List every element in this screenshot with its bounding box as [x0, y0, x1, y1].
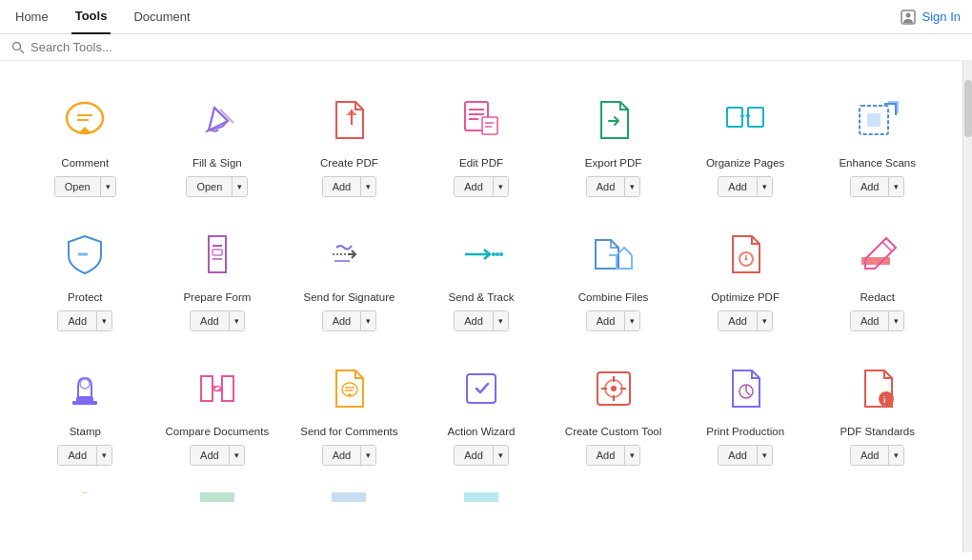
- protect-arrow-btn[interactable]: ▾: [97, 311, 111, 330]
- top-nav: Home Tools Document Sign In: [0, 0, 972, 34]
- optimize-pdf-add-btn[interactable]: Add: [719, 311, 758, 330]
- optimize-pdf-label: Optimize PDF: [711, 290, 780, 305]
- edit-pdf-add-btn[interactable]: Add: [455, 177, 494, 196]
- partial-item-4: [415, 483, 548, 511]
- action-wizard-icon: [451, 358, 512, 419]
- comment-arrow-btn[interactable]: ▾: [101, 177, 115, 196]
- create-custom-arrow-btn[interactable]: ▾: [625, 446, 639, 465]
- fill-sign-label: Fill & Sign: [192, 156, 242, 170]
- redact-icon: [847, 224, 908, 285]
- stamp-icon: [54, 358, 115, 419]
- combine-files-add-btn[interactable]: Add: [587, 311, 626, 330]
- print-production-add-btn[interactable]: Add: [719, 446, 758, 465]
- optimize-pdf-btn-group: Add ▾: [718, 310, 773, 331]
- scrollbar[interactable]: [962, 61, 972, 552]
- svg-line-3: [20, 50, 24, 53]
- tool-send-track: Send & Track Add ▾: [415, 214, 548, 339]
- send-signature-add-btn[interactable]: Add: [323, 311, 362, 330]
- compare-docs-arrow-btn[interactable]: ▾: [230, 446, 244, 465]
- protect-add-btn[interactable]: Add: [58, 311, 97, 330]
- protect-btn-group: Add ▾: [57, 310, 112, 331]
- svg-rect-41: [467, 374, 496, 403]
- tool-fill-sign: Fill & Sign Open ▾: [152, 80, 284, 205]
- nav-document[interactable]: Document: [130, 0, 193, 34]
- create-pdf-label: Create PDF: [320, 156, 378, 170]
- edit-pdf-arrow-btn[interactable]: ▾: [494, 177, 508, 196]
- nav-tools[interactable]: Tools: [71, 0, 111, 34]
- send-comments-arrow-btn[interactable]: ▾: [361, 446, 375, 465]
- comment-label: Comment: [61, 156, 109, 170]
- compare-docs-btn-group: Add ▾: [190, 445, 245, 466]
- enhance-scans-label: Enhance Scans: [839, 156, 916, 170]
- svg-point-2: [13, 42, 21, 50]
- print-production-arrow-btn[interactable]: ▾: [758, 446, 772, 465]
- sign-in-button[interactable]: Sign In: [900, 9, 961, 26]
- send-signature-label: Send for Signature: [303, 290, 395, 305]
- tool-send-signature: Send for Signature Add ▾: [283, 214, 415, 339]
- action-wizard-add-btn[interactable]: Add: [455, 446, 494, 465]
- send-track-add-btn[interactable]: Add: [455, 311, 494, 330]
- send-comments-label: Send for Comments: [300, 425, 397, 439]
- tool-protect: Protect Add ▾: [19, 214, 152, 339]
- send-signature-arrow-btn[interactable]: ▾: [361, 311, 375, 330]
- svg-rect-16: [727, 108, 742, 127]
- send-track-arrow-btn[interactable]: ▾: [494, 311, 508, 330]
- enhance-scans-add-btn[interactable]: Add: [851, 177, 890, 196]
- create-custom-btn-group: Add ▾: [586, 445, 641, 466]
- export-pdf-icon: [583, 90, 644, 150]
- tools-grid-row1: Comment Open ▾ Fill & Sign: [19, 80, 943, 205]
- search-input[interactable]: [30, 40, 221, 54]
- optimize-pdf-arrow-btn[interactable]: ▾: [758, 311, 772, 330]
- edit-pdf-btn-group: Add ▾: [454, 176, 509, 197]
- send-signature-btn-group: Add ▾: [322, 310, 377, 331]
- sign-in-icon: [900, 9, 917, 26]
- svg-rect-13: [482, 117, 497, 134]
- pdf-standards-arrow-btn[interactable]: ▾: [889, 446, 903, 465]
- redact-add-btn[interactable]: Add: [851, 311, 890, 330]
- nav-home[interactable]: Home: [11, 0, 52, 34]
- print-production-icon: [715, 358, 776, 419]
- combine-files-arrow-btn[interactable]: ▾: [625, 311, 639, 330]
- scrollbar-thumb[interactable]: [964, 80, 972, 137]
- export-pdf-arrow-btn[interactable]: ▾: [625, 177, 639, 196]
- prepare-form-arrow-btn[interactable]: ▾: [230, 311, 244, 330]
- svg-point-44: [611, 386, 617, 391]
- svg-point-32: [745, 257, 748, 260]
- fill-sign-arrow-btn[interactable]: ▾: [233, 177, 247, 196]
- redact-arrow-btn[interactable]: ▾: [889, 311, 903, 330]
- compare-docs-add-btn[interactable]: Add: [191, 446, 230, 465]
- print-production-btn-group: Add ▾: [718, 445, 773, 466]
- tool-combine-files: Combine Files Add ▾: [547, 214, 679, 339]
- tool-organize-pages: Organize Pages Add ▾: [679, 80, 812, 205]
- create-custom-add-btn[interactable]: Add: [587, 446, 626, 465]
- edit-pdf-label: Edit PDF: [459, 156, 503, 170]
- tool-create-custom: Create Custom Tool Add ▾: [547, 349, 679, 473]
- nav-left: Home Tools Document: [11, 0, 194, 34]
- fill-sign-open-btn[interactable]: Open: [187, 177, 233, 196]
- export-pdf-add-btn[interactable]: Add: [587, 177, 626, 196]
- action-wizard-label: Action Wizard: [448, 425, 516, 439]
- svg-rect-19: [867, 113, 881, 127]
- send-comments-add-btn[interactable]: Add: [323, 446, 362, 465]
- create-pdf-add-btn[interactable]: Add: [323, 177, 362, 196]
- comment-open-btn[interactable]: Open: [55, 177, 101, 196]
- action-wizard-arrow-btn[interactable]: ▾: [494, 446, 508, 465]
- main-content: Comment Open ▾ Fill & Sign: [0, 61, 972, 552]
- send-track-btn-group: Add ▾: [454, 310, 509, 331]
- create-pdf-arrow-btn[interactable]: ▾: [361, 177, 375, 196]
- send-comments-icon: [318, 358, 379, 419]
- prepare-form-add-btn[interactable]: Add: [191, 311, 230, 330]
- stamp-add-btn[interactable]: Add: [58, 446, 97, 465]
- stamp-arrow-btn[interactable]: ▾: [97, 446, 111, 465]
- organize-pages-arrow-btn[interactable]: ▾: [758, 177, 772, 196]
- pdf-standards-add-btn[interactable]: Add: [851, 446, 890, 465]
- tools-grid-partial: [19, 483, 943, 511]
- enhance-scans-arrow-btn[interactable]: ▾: [889, 177, 903, 196]
- stamp-label: Stamp: [70, 425, 101, 439]
- sign-in-label: Sign In: [922, 10, 961, 24]
- combine-files-icon: [583, 224, 644, 285]
- tool-edit-pdf: Edit PDF Add ▾: [415, 80, 548, 205]
- comment-icon: [54, 90, 115, 150]
- organize-pages-add-btn[interactable]: Add: [719, 177, 758, 196]
- svg-point-27: [492, 252, 496, 256]
